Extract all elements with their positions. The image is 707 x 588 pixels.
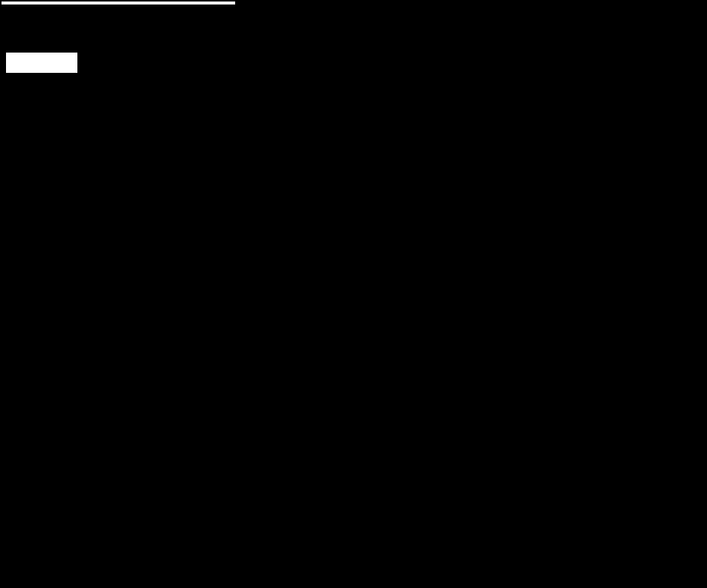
colorbar-scale [6, 53, 77, 73]
waterfall-canvas [0, 0, 615, 588]
spectrogram-screen-capture [0, 0, 707, 588]
spectrum-panel-canvas [645, 0, 707, 588]
colorbar-gradient [6, 40, 77, 53]
frequency-axis [615, 0, 645, 588]
colorbar-ticks-canvas [6, 53, 77, 73]
capture-info-box [2, 2, 235, 5]
colorbar [6, 40, 77, 73]
spectrum-analyzer-panel [645, 0, 707, 588]
frequency-axis-canvas [615, 0, 645, 588]
